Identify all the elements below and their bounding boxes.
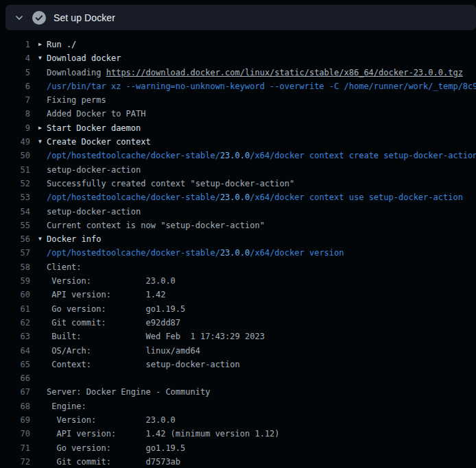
- log-group-line[interactable]: 1▶Run ./: [0, 38, 476, 51]
- line-number[interactable]: 56: [0, 232, 30, 246]
- line-number[interactable]: 7: [0, 93, 30, 107]
- log-text-segment: Version: 23.0.0: [47, 276, 176, 286]
- log-text-segment: setup-docker-action: [47, 207, 141, 217]
- group-expanded-marker-icon[interactable]: ▼: [38, 135, 42, 149]
- log-line: 68 Engine:: [0, 399, 476, 413]
- log-line: 53/opt/hostedtoolcache/docker-stable/23.…: [0, 190, 476, 204]
- line-number[interactable]: 66: [0, 371, 30, 385]
- line-number[interactable]: 69: [0, 413, 30, 427]
- log-text-segment: Version: 23.0.0: [47, 415, 176, 425]
- log-line: 67Server: Docker Engine - Community: [0, 385, 476, 399]
- log-line: 6/usr/bin/tar xz --warning=no-unknown-ke…: [0, 79, 476, 93]
- log-text-segment: /x64/docker version: [250, 248, 344, 258]
- log-url-link[interactable]: https://download.docker.com/linux/static…: [106, 68, 463, 77]
- log-line: 52Successfully created context "setup-do…: [0, 177, 476, 190]
- line-number[interactable]: 64: [0, 344, 30, 358]
- log-text-segment: Engine:: [47, 402, 86, 411]
- line-number[interactable]: 65: [0, 358, 30, 371]
- line-number[interactable]: 9: [0, 121, 30, 135]
- line-number[interactable]: 4: [0, 51, 30, 65]
- log-text-segment: Git commit: d7573ab: [47, 457, 180, 467]
- log-text-segment: 23.0.0: [220, 151, 250, 160]
- log-group-line[interactable]: 56▼Docker info: [0, 232, 476, 246]
- log-text-segment: Successfully created context "setup-dock…: [47, 179, 294, 188]
- log-text-segment: Run ./: [47, 40, 76, 49]
- log-group-line[interactable]: 4▼Download docker: [0, 51, 476, 65]
- log-text-segment: /opt/hostedtoolcache/docker-stable/: [47, 248, 220, 258]
- log-line: 60 API version: 1.42: [0, 288, 476, 301]
- line-number[interactable]: 58: [0, 260, 30, 274]
- line-number[interactable]: 61: [0, 302, 30, 316]
- log-text-segment: Start Docker daemon: [47, 123, 141, 133]
- log-group-line[interactable]: 49▼Create Docker context: [0, 135, 476, 149]
- log-container: 1▶Run ./4▼Download docker5Downloading ht…: [0, 30, 476, 468]
- log-text-segment: Current context is now "setup-docker-act…: [47, 221, 265, 230]
- step-title: Set up Docker: [53, 12, 115, 23]
- log-text-segment: /x64/docker context use setup-docker-act…: [250, 193, 463, 202]
- line-number[interactable]: 62: [0, 316, 30, 330]
- line-number[interactable]: 5: [0, 66, 30, 79]
- line-number[interactable]: 72: [0, 455, 30, 468]
- log-group-line[interactable]: 9▶Start Docker daemon: [0, 121, 476, 135]
- group-expanded-marker-icon[interactable]: ▼: [38, 232, 42, 246]
- log-text-segment: Server: Docker Engine - Community: [47, 387, 210, 397]
- log-line: 5Downloading https://download.docker.com…: [0, 66, 476, 79]
- group-collapsed-marker-icon[interactable]: ▶: [38, 121, 42, 135]
- log-line: 71 Go version: go1.19.5: [0, 441, 476, 455]
- line-number[interactable]: 71: [0, 441, 30, 455]
- log-line: 7Fixing perms: [0, 93, 476, 107]
- chevron-down-icon[interactable]: [14, 12, 25, 23]
- log-line: 54setup-docker-action: [0, 205, 476, 219]
- log-line: 61 Go version: go1.19.5: [0, 302, 476, 316]
- log-text-segment: Downloading: [47, 68, 106, 77]
- group-collapsed-marker-icon[interactable]: ▶: [38, 38, 42, 51]
- log-line: 69 Version: 23.0.0: [0, 413, 476, 427]
- log-text-segment: 23.0.0: [220, 248, 250, 258]
- log-text-segment: Built: Wed Feb 1 17:43:29 2023: [47, 332, 265, 341]
- log-line: 8Added Docker to PATH: [0, 107, 476, 121]
- step-header[interactable]: Set up Docker: [5, 5, 476, 30]
- log-line: 59 Version: 23.0.0: [0, 274, 476, 288]
- line-number[interactable]: 52: [0, 177, 30, 190]
- line-number[interactable]: 57: [0, 246, 30, 260]
- log-text-segment: /opt/hostedtoolcache/docker-stable/: [47, 151, 220, 160]
- log-text-segment: Added Docker to PATH: [47, 109, 146, 119]
- line-number[interactable]: 55: [0, 219, 30, 232]
- line-number[interactable]: 60: [0, 288, 30, 301]
- line-number[interactable]: 53: [0, 190, 30, 204]
- log-line: 62 Git commit: e92dd87: [0, 316, 476, 330]
- log-line: 65 Context: setup-docker-action: [0, 358, 476, 371]
- line-number[interactable]: 67: [0, 385, 30, 399]
- log-line: 64 OS/Arch: linux/amd64: [0, 344, 476, 358]
- line-number[interactable]: 51: [0, 163, 30, 177]
- line-number[interactable]: 6: [0, 79, 30, 93]
- line-number[interactable]: 68: [0, 399, 30, 413]
- log-text-segment: Context: setup-docker-action: [47, 360, 240, 369]
- line-number[interactable]: 59: [0, 274, 30, 288]
- line-number[interactable]: 70: [0, 427, 30, 441]
- log-text-segment: /opt/hostedtoolcache/docker-stable/: [47, 193, 220, 202]
- log-line: 57/opt/hostedtoolcache/docker-stable/23.…: [0, 246, 476, 260]
- line-number[interactable]: 1: [0, 38, 30, 51]
- line-number[interactable]: 8: [0, 107, 30, 121]
- log-text-segment: 23.0.0: [220, 193, 250, 202]
- log-text-segment: Go version: go1.19.5: [47, 304, 185, 314]
- log-text-segment: Fixing perms: [47, 95, 106, 105]
- log-text-segment: /usr/bin/tar xz --warning=no-unknown-key…: [47, 82, 476, 91]
- line-number[interactable]: 50: [0, 149, 30, 162]
- line-number[interactable]: 63: [0, 330, 30, 343]
- log-text-segment: API version: 1.42 (minimum version 1.12): [47, 429, 280, 439]
- line-number[interactable]: 49: [0, 135, 30, 149]
- log-text-segment: Go version: go1.19.5: [47, 443, 185, 453]
- line-number[interactable]: 54: [0, 205, 30, 219]
- log-text-segment: Git commit: e92dd87: [47, 318, 180, 328]
- log-line: 63 Built: Wed Feb 1 17:43:29 2023: [0, 330, 476, 343]
- log-line: 70 API version: 1.42 (minimum version 1.…: [0, 427, 476, 441]
- log-line: 72 Git commit: d7573ab: [0, 455, 476, 468]
- log-line: 66: [0, 371, 476, 385]
- log-lines: 1▶Run ./4▼Download docker5Downloading ht…: [0, 38, 476, 468]
- group-expanded-marker-icon[interactable]: ▼: [38, 51, 42, 65]
- log-text-segment: OS/Arch: linux/amd64: [47, 346, 200, 356]
- log-text-segment: Client:: [47, 262, 82, 272]
- log-text-segment: Download docker: [47, 53, 121, 63]
